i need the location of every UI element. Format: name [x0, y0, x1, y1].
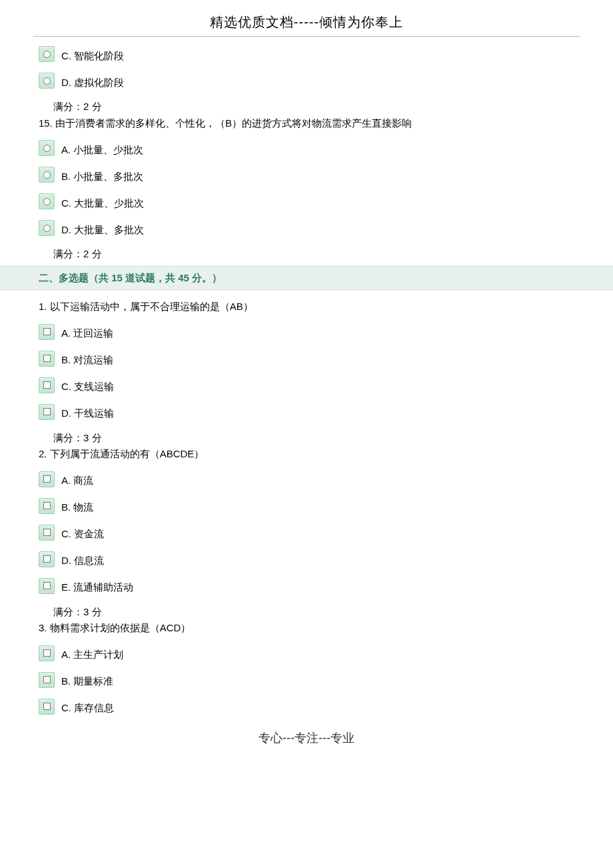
option-label: E. 流通辅助活动	[59, 580, 133, 595]
mq2-option-c: C. 资金流	[39, 525, 574, 542]
option-label: A. 主生产计划	[59, 647, 123, 663]
mq1-text: 1. 以下运输活动中，属于不合理运输的是（AB）	[39, 299, 574, 315]
mq2-option-a: A. 商流	[39, 471, 574, 489]
mq1-option-c: C. 支线运输	[39, 377, 574, 395]
checkbox-icon[interactable]	[39, 551, 55, 567]
option-label: B. 对流运输	[59, 353, 113, 368]
q15-text: 15. 由于消费者需求的多样化、个性化，（B）的进货方式将对物流需求产生直接影响	[39, 116, 574, 131]
radio-icon[interactable]	[39, 140, 55, 156]
option-label: D. 虚拟化阶段	[59, 75, 124, 91]
option-label: C. 库存信息	[59, 701, 114, 716]
option-label: D. 干线运输	[59, 406, 114, 421]
mq1-option-b: B. 对流运输	[39, 351, 574, 368]
option-label: C. 大批量、少批次	[59, 196, 144, 211]
option-label: C. 智能化阶段	[59, 49, 124, 64]
mq3-option-c: C. 库存信息	[39, 699, 574, 716]
option-label: B. 期量标准	[59, 674, 113, 689]
option-label: B. 物流	[59, 500, 93, 515]
mq3-option-b: B. 期量标准	[39, 672, 574, 689]
mq3-text: 3. 物料需求计划的依据是（ACD）	[39, 621, 574, 636]
checkbox-icon[interactable]	[39, 471, 55, 487]
checkbox-icon[interactable]	[39, 404, 55, 420]
option-label: A. 小批量、少批次	[59, 143, 143, 158]
option-label: C. 资金流	[59, 527, 104, 542]
page-header: 精选优质文档-----倾情为你奉上	[33, 0, 580, 37]
mq1-option-d: D. 干线运输	[39, 404, 574, 421]
q15-option-d: D. 大批量、多批次	[39, 220, 574, 237]
mq1-option-a: A. 迂回运输	[39, 324, 574, 341]
option-label: B. 小批量、多批次	[59, 169, 143, 185]
checkbox-icon[interactable]	[39, 578, 55, 594]
mq3-option-a: A. 主生产计划	[39, 645, 574, 663]
q15-score: 满分：2 分	[39, 247, 574, 262]
checkbox-icon[interactable]	[39, 324, 55, 340]
checkbox-icon[interactable]	[39, 351, 55, 367]
q14-option-d: D. 虚拟化阶段	[39, 73, 574, 90]
mq2-score: 满分：3 分	[39, 605, 574, 620]
checkbox-icon[interactable]	[39, 498, 55, 514]
mq2-text: 2. 下列属于流通活动的有（ABCDE）	[39, 447, 574, 462]
option-label: D. 大批量、多批次	[59, 223, 144, 238]
q14-option-c: C. 智能化阶段	[39, 46, 574, 63]
q15-option-c: C. 大批量、少批次	[39, 193, 574, 211]
section-2-header: 二、多选题（共 15 道试题，共 45 分。）	[0, 266, 613, 291]
checkbox-icon[interactable]	[39, 672, 55, 688]
option-label: D. 信息流	[59, 553, 104, 569]
option-label: C. 支线运输	[59, 379, 114, 395]
option-label: A. 商流	[59, 473, 93, 489]
radio-icon[interactable]	[39, 193, 55, 209]
mq2-option-b: B. 物流	[39, 498, 574, 515]
radio-icon[interactable]	[39, 73, 55, 89]
mq2-option-e: E. 流通辅助活动	[39, 578, 574, 595]
radio-icon[interactable]	[39, 167, 55, 183]
checkbox-icon[interactable]	[39, 525, 55, 541]
checkbox-icon[interactable]	[39, 377, 55, 393]
document-content: C. 智能化阶段 D. 虚拟化阶段 满分：2 分 15. 由于消费者需求的多样化…	[0, 46, 613, 716]
option-label: A. 迂回运输	[59, 326, 113, 341]
checkbox-icon[interactable]	[39, 645, 55, 661]
q14-score: 满分：2 分	[39, 99, 574, 115]
mq1-score: 满分：3 分	[39, 431, 574, 446]
mq2-option-d: D. 信息流	[39, 551, 574, 569]
checkbox-icon[interactable]	[39, 699, 55, 715]
radio-icon[interactable]	[39, 220, 55, 236]
radio-icon[interactable]	[39, 46, 55, 62]
q15-option-a: A. 小批量、少批次	[39, 140, 574, 157]
page-footer: 专心---专注---专业	[0, 729, 613, 755]
q15-option-b: B. 小批量、多批次	[39, 167, 574, 184]
